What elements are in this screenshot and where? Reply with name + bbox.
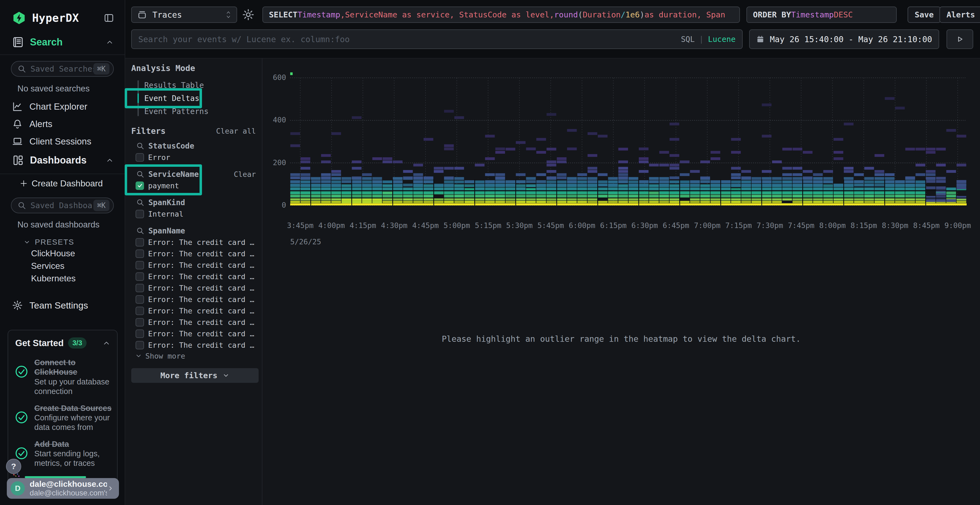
save-button[interactable]: Save bbox=[908, 6, 941, 23]
source-settings-gear-icon[interactable] bbox=[242, 8, 255, 21]
checkbox-unchecked[interactable] bbox=[135, 153, 144, 162]
sql-token: ( bbox=[578, 10, 582, 19]
chevron-up-icon[interactable] bbox=[106, 156, 114, 164]
get-started-progress-badge: 3/3 bbox=[68, 337, 87, 349]
time-range-picker[interactable]: May 26 15:40:00 - May 26 21:10:00 bbox=[749, 29, 939, 49]
get-started-item-title: Connect to bbox=[34, 358, 110, 367]
filter-checkbox-row[interactable]: Error: The credit card … bbox=[131, 248, 256, 259]
sidebar-section-dashboards[interactable]: Dashboards bbox=[0, 152, 125, 168]
sidebar-nav: Chart ExplorerAlertsClient Sessions bbox=[0, 98, 125, 150]
filter-checkbox-row[interactable]: Error: The credit card … bbox=[131, 316, 256, 328]
app-root: HyperDX Search Saved Searches ⌘K No save… bbox=[0, 0, 980, 505]
checkbox-unchecked[interactable] bbox=[135, 261, 144, 269]
get-started-item[interactable]: Create Data SourcesConfigure where yourd… bbox=[15, 403, 112, 432]
get-started-item[interactable]: Connect toClickHouseSet up your database… bbox=[15, 358, 112, 397]
checkbox-unchecked[interactable] bbox=[135, 272, 144, 281]
chevron-up-icon[interactable] bbox=[102, 339, 111, 347]
filter-checkbox-row[interactable]: Error: The credit card … bbox=[131, 237, 256, 248]
x-tick-label: 4:00pm bbox=[314, 221, 349, 230]
team-settings-button[interactable]: Team Settings bbox=[0, 298, 125, 313]
saved-searches-input[interactable]: Saved Searches ⌘K bbox=[11, 61, 114, 77]
filter-checkbox-row[interactable]: Error: The credit card … bbox=[131, 339, 256, 351]
presets-toggle[interactable]: PRESETS bbox=[0, 237, 125, 247]
filter-value-label: Error: The credit card … bbox=[148, 306, 254, 315]
create-dashboard-button[interactable]: Create Dashboard bbox=[0, 177, 125, 190]
checkbox-unchecked[interactable] bbox=[135, 249, 144, 258]
sidebar-item-label: Client Sessions bbox=[29, 136, 91, 147]
sidebar-item-client-sessions[interactable]: Client Sessions bbox=[0, 133, 125, 150]
show-more-link[interactable]: Show more bbox=[131, 351, 256, 361]
x-tick-label: 3:45pm bbox=[283, 221, 318, 230]
checkbox-unchecked[interactable] bbox=[135, 210, 144, 218]
get-started-header[interactable]: Get Started 3/3 bbox=[8, 330, 117, 351]
checkbox-unchecked[interactable] bbox=[135, 318, 144, 327]
filter-checkbox-row[interactable]: Error: The credit card … bbox=[131, 294, 256, 305]
time-range-value: May 26 15:40:00 - May 26 21:10:00 bbox=[770, 35, 932, 44]
duration-heatmap-canvas[interactable] bbox=[290, 68, 968, 208]
saved-dashboards-input[interactable]: Saved Dashboards ⌘K bbox=[11, 197, 114, 213]
checkbox-unchecked[interactable] bbox=[135, 329, 144, 338]
source-select[interactable]: Traces bbox=[131, 6, 237, 23]
divider bbox=[262, 59, 262, 505]
filter-checkbox-row[interactable]: Error: The credit card … bbox=[131, 305, 256, 316]
sql-token: ORDER BY bbox=[753, 10, 791, 19]
user-menu[interactable]: D dale@clickhouse.com dale@clickhouse.co… bbox=[7, 478, 119, 499]
checkbox-unchecked[interactable] bbox=[135, 238, 144, 246]
checkbox-unchecked[interactable] bbox=[135, 306, 144, 315]
event-search-input[interactable]: Search your events w/ Lucene ex. column:… bbox=[131, 29, 743, 49]
completed-item-strikethrough bbox=[25, 476, 86, 478]
checkbox-unchecked[interactable] bbox=[135, 295, 144, 304]
sidebar-section-search[interactable]: Search bbox=[0, 34, 125, 50]
filter-checkbox-row[interactable]: Internal bbox=[131, 208, 256, 219]
more-filters-button[interactable]: More filters bbox=[131, 368, 259, 383]
help-button[interactable]: ? bbox=[6, 459, 21, 474]
sidebar-collapse-icon[interactable] bbox=[103, 13, 115, 24]
x-tick-label: 6:15pm bbox=[596, 221, 631, 230]
mode-option-results-table[interactable]: Results Table bbox=[131, 79, 256, 92]
user-team: dale@clickhouse.com's bbox=[30, 489, 107, 497]
sql-select-editor[interactable]: SELECT Timestamp, ServiceName as service… bbox=[262, 6, 740, 23]
filter-group-name: SpanName bbox=[148, 226, 256, 235]
filter-group-header: SpanKind bbox=[131, 197, 256, 208]
preset-item-services[interactable]: Services bbox=[0, 260, 125, 272]
run-query-button[interactable] bbox=[947, 29, 973, 49]
journal-icon bbox=[12, 36, 24, 48]
sidebar-item-label: Alerts bbox=[29, 119, 52, 129]
sql-toggle[interactable]: SQL bbox=[681, 35, 695, 44]
filter-value-label: Error: The credit card … bbox=[148, 272, 254, 281]
filter-group-header: StatusCode bbox=[131, 140, 256, 152]
mode-option-event-deltas[interactable]: Event Deltas bbox=[131, 92, 256, 105]
hyperdx-logo-icon bbox=[12, 11, 26, 25]
x-tick-label: 8:30pm bbox=[877, 221, 913, 230]
filter-checkbox-row[interactable]: payment bbox=[131, 180, 256, 191]
preset-item-clickhouse[interactable]: ClickHouse bbox=[0, 247, 125, 260]
clear-all-link[interactable]: Clear all bbox=[216, 127, 256, 135]
sidebar-item-alerts[interactable]: Alerts bbox=[0, 115, 125, 133]
plus-icon bbox=[20, 179, 28, 187]
filter-checkbox-row[interactable]: Error: The credit card … bbox=[131, 259, 256, 271]
mode-option-event-patterns[interactable]: Event Patterns bbox=[131, 105, 256, 118]
checkbox-checked[interactable] bbox=[135, 181, 144, 190]
lucene-toggle[interactable]: Lucene bbox=[708, 35, 735, 44]
get-started-item-subtitle: Start sending logs, bbox=[34, 449, 100, 459]
preset-item-kubernetes[interactable]: Kubernetes bbox=[0, 272, 125, 284]
mode-option-label: Event Deltas bbox=[144, 94, 199, 103]
chevron-up-icon[interactable] bbox=[106, 38, 114, 46]
filter-checkbox-row[interactable]: Error: The credit card … bbox=[131, 328, 256, 339]
filter-checkbox-row[interactable]: Error: The credit card … bbox=[131, 282, 256, 294]
y-tick-label: 600 bbox=[262, 73, 286, 82]
filter-checkbox-row[interactable]: Error: The credit card … bbox=[131, 271, 256, 282]
filter-checkbox-row[interactable]: Error bbox=[131, 152, 256, 163]
checkbox-unchecked[interactable] bbox=[135, 284, 144, 292]
alerts-button-label: Alerts bbox=[947, 10, 975, 19]
checkbox-unchecked[interactable] bbox=[135, 341, 144, 349]
sql-token: DESC bbox=[834, 10, 853, 19]
filter-group-clear-link[interactable]: Clear bbox=[234, 170, 256, 178]
alerts-button[interactable]: Alerts bbox=[939, 6, 980, 23]
get-started-item-subtitle: connection bbox=[34, 387, 110, 396]
sidebar-item-chart-explorer[interactable]: Chart Explorer bbox=[0, 98, 125, 115]
get-started-item[interactable]: Add DataStart sending logs,metrics, or t… bbox=[15, 440, 112, 468]
analysis-mode-options: Results TableEvent DeltasEvent Patterns bbox=[131, 79, 256, 118]
sql-orderby-editor[interactable]: ORDER BY Timestamp DESC bbox=[746, 6, 897, 23]
query-language-toggle: SQL | Lucene bbox=[681, 35, 735, 44]
